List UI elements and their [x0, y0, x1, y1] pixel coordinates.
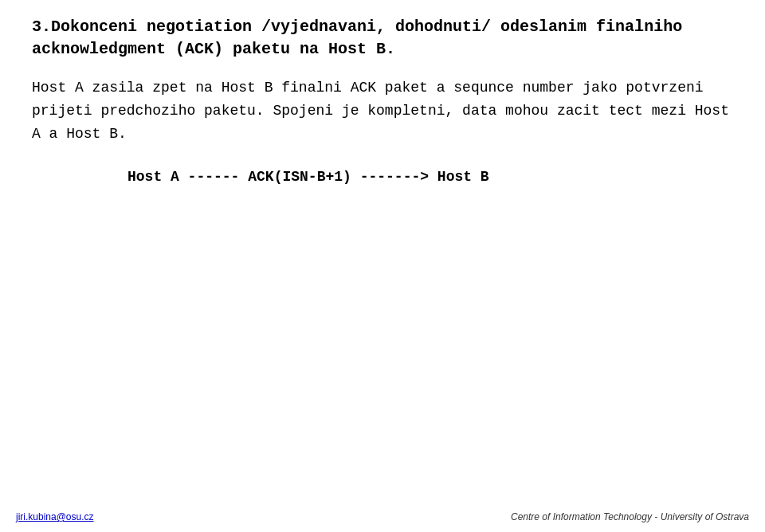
paragraph-1: Host A zasila zpet na Host B finalni ACK…	[32, 76, 733, 145]
footer: jiri.kubina@osu.cz Centre of Information…	[0, 511, 765, 522]
section-heading: 3.Dokonceni negotiation /vyjednavani, do…	[32, 16, 733, 61]
network-diagram: Host A ------ ACK(ISN-B+1) -------> Host…	[128, 169, 733, 185]
email-link[interactable]: jiri.kubina@osu.cz	[16, 511, 94, 522]
footer-right: Centre of Information Technology - Unive…	[511, 511, 749, 522]
main-content: 3.Dokonceni negotiation /vyjednavani, do…	[0, 0, 765, 201]
footer-left: jiri.kubina@osu.cz	[16, 511, 94, 522]
